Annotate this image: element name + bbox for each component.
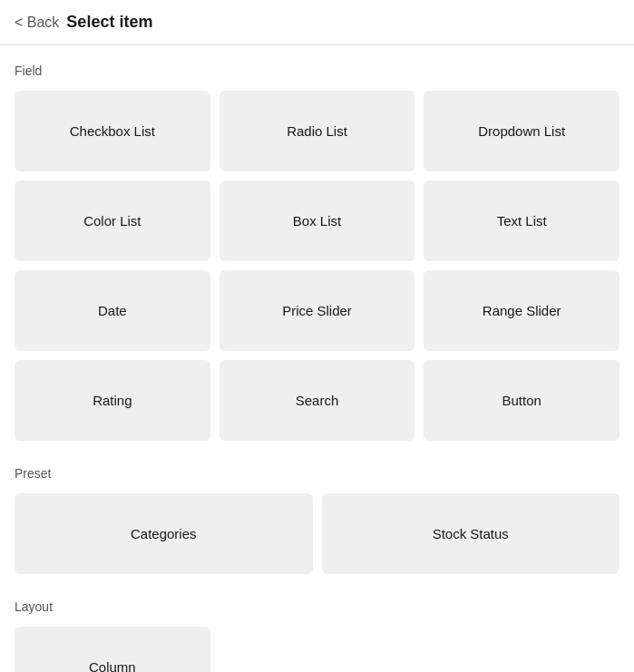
item-price-slider[interactable]: Price Slider [219,270,415,351]
item-color-list[interactable]: Color List [15,180,210,261]
section-field: Field Checkbox List Radio List Dropdown … [15,63,619,441]
item-stock-status[interactable]: Stock Status [322,493,620,574]
item-box-list[interactable]: Box List [219,180,415,261]
field-grid: Checkbox List Radio List Dropdown List C… [15,91,619,441]
item-column[interactable]: Column [15,627,210,672]
item-range-slider[interactable]: Range Slider [424,270,619,351]
section-field-label: Field [15,63,619,78]
item-text-list[interactable]: Text List [424,180,619,261]
section-layout: Layout Column [15,599,619,672]
page-title: Select item [66,13,152,32]
header: < Back Select item [0,0,634,45]
item-search[interactable]: Search [219,360,415,441]
item-radio-list[interactable]: Radio List [219,91,415,171]
section-layout-label: Layout [15,599,619,614]
item-categories[interactable]: Categories [15,493,313,574]
item-dropdown-list[interactable]: Dropdown List [424,91,619,171]
content: Field Checkbox List Radio List Dropdown … [0,45,634,672]
item-rating[interactable]: Rating [15,360,210,441]
item-checkbox-list[interactable]: Checkbox List [15,91,210,171]
item-date[interactable]: Date [15,270,210,351]
item-button[interactable]: Button [424,360,619,441]
section-preset: Preset Categories Stock Status [15,466,619,574]
layout-grid: Column [15,627,619,672]
section-preset-label: Preset [15,466,619,481]
back-button[interactable]: < Back [15,15,59,31]
preset-grid: Categories Stock Status [15,493,619,574]
